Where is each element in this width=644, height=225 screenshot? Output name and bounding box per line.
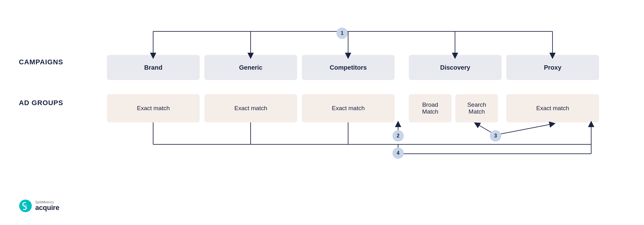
adgroup-exact4: Exact match [506, 94, 599, 122]
campaign-brand: Brand [107, 55, 200, 80]
badge-3: 3 [490, 130, 501, 142]
badge-4: 4 [392, 147, 404, 159]
adgroup-broad: BroadMatch [409, 94, 452, 122]
adgroup-exact3: Exact match [302, 94, 395, 122]
logo-text: SplitMetrics acquire [35, 200, 59, 212]
adgroup-exact2: Exact match [204, 94, 297, 122]
logo-product: acquire [35, 204, 59, 212]
campaign-generic: Generic [204, 55, 297, 80]
logo: SplitMetrics acquire [19, 199, 59, 212]
diagram-container: CAMPAIGNS Brand Generic Competitors Disc… [0, 0, 644, 225]
campaign-competitors: Competitors [302, 55, 395, 80]
svg-line-17 [496, 124, 552, 135]
badge-1: 1 [336, 28, 348, 39]
badge-2: 2 [392, 130, 404, 142]
campaign-discovery: Discovery [409, 55, 502, 80]
adgroup-search: SearchMatch [455, 94, 498, 122]
splitmetrics-logo-icon [19, 199, 32, 212]
adgroups-label: AD GROUPS [19, 99, 63, 107]
campaign-proxy: Proxy [506, 55, 599, 80]
svg-point-21 [24, 204, 27, 207]
campaigns-label: CAMPAIGNS [19, 58, 63, 66]
adgroup-exact1: Exact match [107, 94, 200, 122]
